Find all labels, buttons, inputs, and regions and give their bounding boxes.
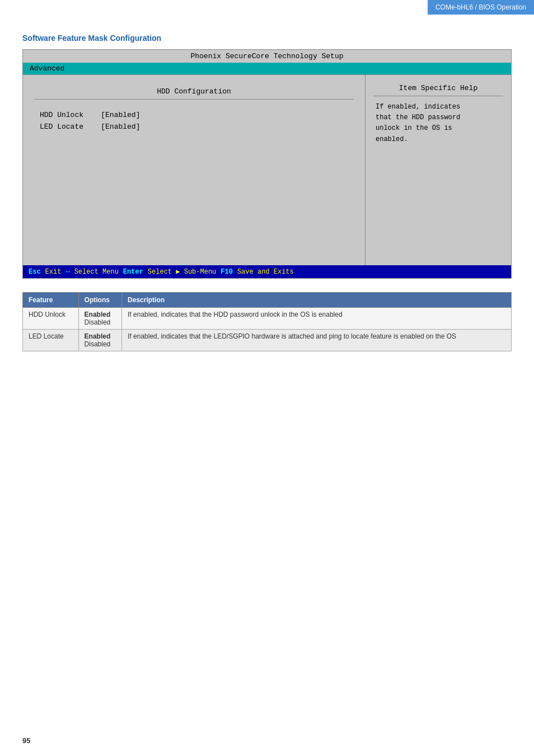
top-corner-label: COMe-bHL6 / BIOS Operation (428, 0, 534, 15)
bios-item-led-locate[interactable]: LED Locate [Enabled] (40, 123, 348, 131)
bios-menu-tab[interactable]: Advanced (30, 64, 64, 73)
table-cell-feature-led: LED Locate (23, 330, 79, 351)
bios-left-content: HDD Unlock [Enabled] LED Locate [Enabled… (34, 100, 354, 256)
bios-title: Phoenix SecureCore Technology Setup (23, 50, 511, 63)
bios-terminal: Phoenix SecureCore Technology Setup Adva… (22, 49, 512, 279)
table-cell-desc-led: If enabled, indicates that the LED/SGPIO… (122, 330, 512, 351)
bios-item-hdd-unlock-label: HDD Unlock (40, 111, 83, 119)
table-cell-options-hdd: Enabled Disabled (78, 308, 121, 330)
bios-enter-key: Enter (123, 268, 143, 276)
options-disabled-led: Disabled (85, 340, 111, 348)
bios-item-led-locate-label: LED Locate (40, 123, 83, 131)
table-header-feature: Feature (23, 293, 79, 308)
section-title: Software Feature Mask Configuration (22, 34, 512, 43)
bios-item-hdd-unlock-value: [Enabled] (101, 111, 140, 119)
bios-help-text: If enabled, indicates that the HDD passw… (373, 96, 503, 151)
table-cell-feature-hdd: HDD Unlock (23, 308, 79, 330)
bios-esc-key: Esc (29, 268, 41, 276)
options-enabled-hdd: Enabled (85, 311, 111, 318)
bios-menu-bar: Advanced (23, 63, 511, 74)
bios-item-hdd-unlock[interactable]: HDD Unlock [Enabled] (40, 111, 348, 119)
bios-arrow: ↔ (65, 268, 69, 276)
bios-save-label: Save and Exits (237, 268, 294, 276)
bios-right-header: Item Specific Help (373, 81, 503, 96)
bios-right-panel: Item Specific Help If enabled, indicates… (366, 75, 511, 265)
bios-item-led-locate-value: [Enabled] (101, 123, 140, 131)
bios-select-menu-label: Select Menu (74, 268, 119, 276)
feature-table: Feature Options Description HDD Unlock E… (22, 292, 512, 351)
bios-select-submenu-label: Select ▶ Sub-Menu (148, 267, 216, 276)
bios-footer: Esc Exit ↔ Select Menu Enter Select ▶ Su… (23, 265, 511, 278)
bios-left-header: HDD Configuration (34, 84, 354, 100)
bios-left-panel: HDD Configuration HDD Unlock [Enabled] L… (23, 75, 366, 265)
options-enabled-led: Enabled (85, 332, 111, 340)
table-cell-desc-hdd: If enabled, indicates that the HDD passw… (122, 308, 512, 330)
bios-main-area: HDD Configuration HDD Unlock [Enabled] L… (23, 74, 511, 265)
table-cell-options-led: Enabled Disabled (78, 330, 121, 351)
table-row: HDD Unlock Enabled Disabled If enabled, … (23, 308, 512, 330)
table-header-options: Options (78, 293, 121, 308)
bios-esc-label: Exit (45, 268, 62, 276)
page-number: 95 (22, 736, 30, 745)
options-disabled-hdd: Disabled (85, 318, 111, 326)
bios-f10-key: F10 (221, 268, 233, 276)
table-row: LED Locate Enabled Disabled If enabled, … (23, 330, 512, 351)
table-header-description: Description (122, 293, 512, 308)
